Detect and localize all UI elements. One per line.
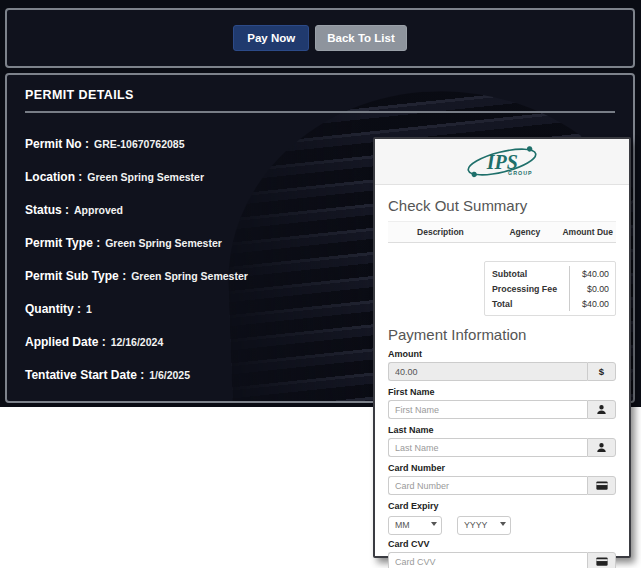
field-value: Green Spring Semester (105, 237, 222, 249)
expiry-year-select-wrap: YYYY (457, 514, 511, 533)
amount-input-group: $ (388, 362, 616, 381)
checkout-summary-title: Check Out Summary (388, 197, 616, 214)
column-agency: Agency (493, 227, 557, 237)
field-label: Status : (25, 203, 69, 217)
card-expiry-selects: MM YYYY (388, 514, 616, 533)
summary-row-subtotal: Subtotal $40.00 (485, 266, 615, 281)
field-value: 1/6/2025 (149, 369, 190, 381)
last-name-input-group (388, 438, 616, 457)
summary-amount: $0.00 (569, 281, 615, 296)
summary-row-processing-fee: Processing Fee $0.00 (485, 281, 615, 296)
checkout-table-body-empty (388, 243, 616, 261)
svg-text:IPS: IPS (486, 150, 518, 172)
last-name-label: Last Name (388, 425, 616, 435)
summary-label: Subtotal (485, 266, 569, 281)
expiry-month-select[interactable]: MM (388, 516, 442, 535)
expiry-year-select[interactable]: YYYY (457, 516, 511, 535)
action-toolbar: Pay Now Back To List (5, 8, 635, 68)
card-cvv-input-group (388, 552, 616, 568)
user-icon (587, 438, 616, 457)
credit-card-icon (587, 476, 616, 495)
field-value: Green Spring Semester (131, 270, 248, 282)
credit-card-icon (587, 552, 616, 568)
modal-logo-header: IPS GROUP (375, 139, 629, 185)
field-value: GRE-10670762085 (94, 138, 185, 150)
summary-amount: $40.00 (569, 266, 615, 281)
permit-details-title: PERMIT DETAILS (25, 88, 615, 102)
user-icon (587, 400, 616, 419)
field-label: Permit No : (25, 137, 89, 151)
card-expiry-label: Card Expiry (388, 501, 616, 511)
card-cvv-label: Card CVV (388, 539, 616, 549)
amount-label: Amount (388, 349, 616, 359)
field-label: Permit Sub Type : (25, 269, 126, 283)
first-name-label: First Name (388, 387, 616, 397)
first-name-input-group (388, 400, 616, 419)
dollar-sign-icon: $ (587, 362, 616, 381)
first-name-input[interactable] (388, 400, 587, 419)
column-description: Description (388, 227, 493, 237)
order-summary-box: Subtotal $40.00 Processing Fee $0.00 Tot… (484, 261, 616, 316)
card-number-input-group (388, 476, 616, 495)
last-name-input[interactable] (388, 438, 587, 457)
summary-row-total: Total $40.00 (485, 296, 615, 311)
field-label: Tentative Start Date : (25, 368, 144, 382)
card-number-input[interactable] (388, 476, 587, 495)
field-label: Location : (25, 170, 82, 184)
svg-text:GROUP: GROUP (508, 170, 533, 176)
field-value: 1 (86, 303, 92, 315)
field-label: Applied Date : (25, 335, 106, 349)
pay-now-button[interactable]: Pay Now (233, 25, 309, 51)
field-value: Green Spring Semester (87, 171, 204, 183)
field-label: Permit Type : (25, 236, 100, 250)
column-amount-due: Amount Due (557, 227, 616, 237)
card-number-label: Card Number (388, 463, 616, 473)
expiry-month-select-wrap: MM (388, 514, 442, 533)
summary-label: Total (485, 296, 569, 311)
summary-amount: $40.00 (569, 296, 615, 311)
back-to-list-button[interactable]: Back To List (315, 25, 407, 51)
checkout-table-header: Description Agency Amount Due (388, 221, 616, 243)
amount-input[interactable] (388, 362, 587, 381)
payment-information-title: Payment Information (388, 326, 616, 343)
summary-label: Processing Fee (485, 281, 569, 296)
card-cvv-input[interactable] (388, 552, 587, 568)
field-value: Approved (74, 204, 123, 216)
checkout-payment-modal: IPS GROUP Check Out Summary Description … (373, 137, 631, 558)
field-value: 12/16/2024 (111, 336, 164, 348)
ips-group-logo-icon: IPS GROUP (460, 142, 544, 182)
field-label: Quantity : (25, 302, 81, 316)
